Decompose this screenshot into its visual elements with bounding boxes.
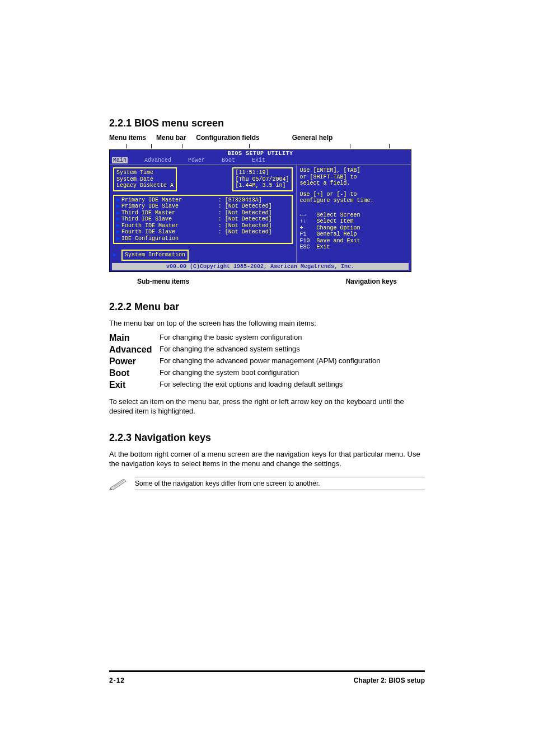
bios-navigation-keys-box: ←→Select Screen ↑↓Select Item +-Change O… [300,212,407,251]
bios-help-line3: select a field. [300,180,407,187]
def-boot-val: For changing the system boot configurati… [160,368,425,378]
page-number: 2-12 [109,677,125,684]
def-main-key: Main [109,333,160,343]
section-heading-bios-menu-screen: 2.2.1 BIOS menu screen [109,118,425,129]
bios-sub-fourth-slave-value: : [Not Detected] [218,229,272,236]
bios-sub-primary-slave-label: Primary IDE Slave [121,203,218,210]
bios-sub-fourth-master-label: Fourth IDE Master [121,223,218,229]
nav-desc: General Help [317,231,357,238]
bios-menu-exit: Exit [252,157,265,164]
bios-value-legacy: [1.44M, 3.5 in] [236,182,289,189]
def-advanced-val: For changing the advanced system setting… [160,345,425,355]
page-footer: 2-12 Chapter 2: BIOS setup [109,670,425,684]
bios-field-system-time: System Time [116,170,174,176]
label-general-help: General help [292,134,333,142]
bios-sub-primary-master-value: : [ST320413A] [218,197,262,204]
submenu-arrow-icon: ▶ [113,252,116,258]
bios-value-date: [Thu 05/07/2004] [236,176,289,183]
bios-field-system-date: System Date [116,176,174,183]
submenu-arrow-icon: ▶ [116,203,120,210]
nav-desc: Select Screen [317,212,360,219]
nav-key: ←→ [300,212,317,219]
note-text: Some of the navigation keys differ from … [135,477,425,490]
chapter-title: Chapter 2: BIOS setup [354,677,425,684]
nav-key: F10 [300,238,317,245]
nav-desc: Change Option [317,225,360,232]
bios-sub-ide-config-label: IDE Configuration [121,236,218,242]
submenu-arrow-icon: ▶ [116,210,120,217]
submenu-arrow-icon: ▶ [116,197,120,204]
menubar-intro-text: The menu bar on top of the screen has th… [109,318,425,328]
bios-sub-fourth-master-value: : [Not Detected] [218,223,272,229]
nav-key: ESC [300,244,317,251]
label-menu-items: Menu items [109,134,146,142]
section-heading-menu-bar: 2.2.2 Menu bar [109,301,425,313]
bios-screenshot: BIOS SETUP UTILITY Main Advanced Power B… [109,149,411,272]
def-exit-key: Exit [109,380,160,390]
nav-key: ↑↓ [300,218,317,225]
bios-sub-third-master-label: Third IDE Master [121,210,218,217]
nav-desc: Exit [317,244,330,251]
bios-sub-primary-slave-value: : [Not Detected] [218,203,272,210]
section-heading-navigation-keys: 2.2.3 Navigation keys [109,432,425,444]
submenu-arrow-icon: ▶ [116,236,120,242]
def-exit-val: For selecting the exit options and loadi… [160,380,425,390]
bios-sub-third-slave-label: Third IDE Slave [121,216,218,223]
def-boot-key: Boot [109,368,160,378]
label-navigation-keys: Navigation keys [346,278,397,285]
submenu-arrow-icon: ▶ [116,223,120,229]
bios-sub-third-slave-value: : [Not Detected] [218,216,272,223]
bios-screenshot-top-labels: Menu items Menu bar Configuration fields… [109,134,425,142]
note-block: Some of the navigation keys differ from … [109,477,425,490]
menubar-definitions: MainFor changing the basic system config… [109,333,425,390]
bios-menu-power: Power [188,157,205,164]
bios-copyright-bar: v00.00 (C)Copyright 1985-2002, American … [112,263,409,271]
bios-sub-primary-master-label: Primary IDE Master [121,197,218,204]
nav-desc: Select Item [317,218,354,225]
bios-menu-bar: Main Advanced Power Boot Exit [110,157,411,165]
def-advanced-key: Advanced [109,345,160,355]
nav-key: F1 [300,231,317,238]
label-tick-marks [109,144,425,148]
bios-value-time: [11:51:19] [236,170,289,176]
bios-sub-third-master-value: : [Not Detected] [218,210,272,217]
bios-screenshot-bottom-labels: Sub-menu items Navigation keys [109,278,425,285]
bios-help-line4: Use [+] or [-] to [300,191,407,198]
bios-system-information: System Information [121,250,189,261]
label-menu-bar: Menu bar [156,134,186,142]
bios-menu-boot: Boot [222,157,235,164]
menubar-select-text: To select an item on the menu bar, press… [109,397,425,416]
bios-menu-main: Main [112,157,128,164]
bios-help-line2: or [SHIFT-TAB] to [300,174,407,181]
bios-sub-fourth-slave-label: Fourth IDE Slave [121,229,218,236]
bios-help-line1: Use [ENTER], [TAB] [300,167,407,174]
submenu-arrow-icon: ▶ [116,229,120,236]
pencil-note-icon [109,477,128,490]
bios-left-panel: System Time System Date Legacy Diskette … [110,165,297,263]
bios-utility-title: BIOS SETUP UTILITY [110,150,411,157]
bios-submenu-box: ▶Primary IDE Master: [ST320413A] ▶Primar… [113,195,293,245]
bios-field-box-system: System Time System Date Legacy Diskette … [113,167,177,191]
bios-menu-advanced: Advanced [144,157,171,164]
bios-right-help-panel: Use [ENTER], [TAB] or [SHIFT-TAB] to sel… [297,165,411,263]
bios-values-box-system: [11:51:19] [Thu 05/07/2004] [1.44M, 3.5 … [232,167,293,191]
def-power-key: Power [109,356,160,367]
label-configuration-fields: Configuration fields [196,134,259,142]
bios-help-line5: configure system time. [300,198,407,204]
label-submenu-items: Sub-menu items [137,278,189,285]
nav-desc: Save and Exit [317,238,360,245]
bios-field-legacy-diskette: Legacy Diskette A [116,182,174,189]
nav-key: +- [300,225,317,232]
def-main-val: For changing the basic system configurat… [160,333,425,343]
submenu-arrow-icon: ▶ [116,216,120,223]
navigation-keys-text: At the bottom right corner of a menu scr… [109,449,425,469]
def-power-val: For changing the advanced power manageme… [160,356,425,367]
